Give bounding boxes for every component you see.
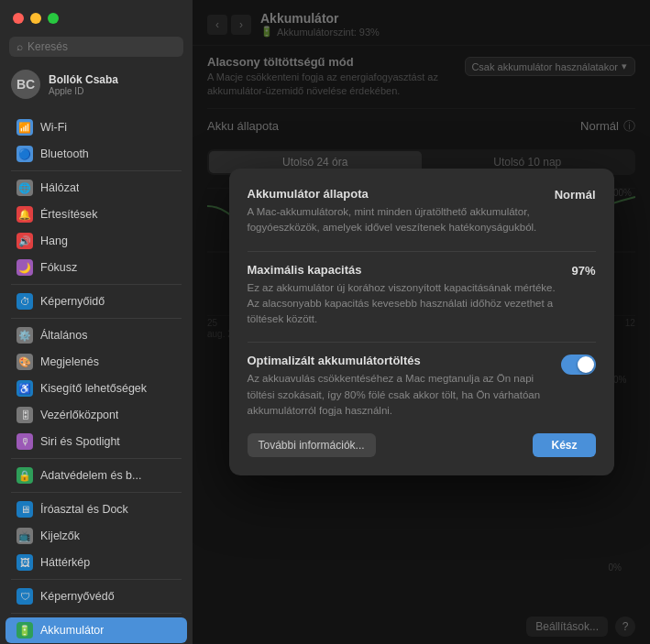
modal-capacity-text: Maximális kapacitás Ez az akkumulátor új…	[248, 263, 561, 328]
sidebar-item-screensaver[interactable]: 🛡Képernyővédő	[6, 584, 187, 609]
sidebar-item-label-siri: Siri és Spotlight	[40, 435, 120, 448]
modal-footer: További információk... Kész	[248, 433, 596, 457]
screen-icon: ⏱	[17, 293, 33, 310]
sidebar-divider-17	[11, 613, 182, 614]
sidebar-divider-7	[11, 318, 182, 319]
sidebar-item-bluetooth[interactable]: 🔵Bluetooth	[6, 141, 187, 167]
wifi-icon: 📶	[17, 119, 33, 136]
appear-icon: 🎨	[17, 354, 33, 370]
sidebar-divider-6	[11, 284, 182, 285]
sidebar-item-focus[interactable]: 🌙Fókusz	[6, 255, 187, 280]
sidebar-item-wifi[interactable]: 📶Wi-Fi	[6, 115, 187, 140]
user-subtitle: Apple ID	[49, 86, 118, 96]
wall-icon: 🖼	[17, 554, 33, 571]
sidebar-divider-13	[11, 492, 182, 493]
toggle-knob	[578, 356, 594, 373]
modal-divider-1	[248, 251, 596, 252]
minimize-button[interactable]	[30, 13, 41, 24]
sidebar-item-screentime[interactable]: ⏱Képernyőidő	[6, 289, 187, 314]
close-button[interactable]	[13, 13, 24, 24]
sidebar-item-wallpaper[interactable]: 🖼Háttérkép	[6, 550, 187, 575]
priv-icon: 🔒	[17, 467, 33, 484]
modal-optimized-title: Optimalizált akkumulátortöltés	[248, 354, 550, 367]
modal-optimized-desc: Az akkuavulás csökkentéséhez a Mac megta…	[248, 371, 550, 419]
modal-optimized-row: Optimalizált akkumulátortöltés Az akkuav…	[248, 354, 596, 419]
scrn-icon: 🛡	[17, 588, 33, 605]
modal-optimized-text: Optimalizált akkumulátortöltés Az akkuav…	[248, 354, 550, 419]
sidebar: ⌕ BC Bollók Csaba Apple ID 📶Wi-Fi🔵Blueto…	[0, 0, 193, 644]
modal-section-optimized: Optimalizált akkumulátortöltés Az akkuav…	[248, 354, 596, 419]
net-icon: 🌐	[17, 180, 33, 196]
sidebar-item-label-dock: Íróasztal és Dock	[40, 503, 128, 516]
general-icon: ⚙️	[17, 327, 33, 344]
siri-icon: 🎙	[17, 433, 33, 450]
sidebar-item-label-notifications: Értesítések	[40, 208, 98, 221]
modal-capacity-value: 97%	[571, 264, 595, 278]
sidebar-item-label-general: Általános	[40, 329, 87, 342]
sidebar-item-siri[interactable]: 🎙Siri és Spotlight	[6, 429, 187, 454]
sidebar-divider-2	[11, 170, 182, 171]
avatar: BC	[11, 70, 40, 99]
sidebar-item-label-network: Hálózat	[40, 181, 79, 194]
sidebar-item-sound[interactable]: 🔊Hang	[6, 228, 187, 254]
sidebar-item-label-privacy: Adatvédelem és b...	[40, 469, 141, 482]
modal-dialog: Akkumulátor állapota A Mac-akkumulátorok…	[229, 169, 614, 475]
user-profile[interactable]: BC Bollók Csaba Apple ID	[0, 64, 193, 106]
sidebar-item-label-wallpaper: Háttérkép	[40, 556, 90, 569]
sidebar-item-battery[interactable]: 🔋Akkumulátor	[6, 617, 187, 643]
search-input[interactable]	[28, 40, 176, 53]
sidebar-items-list: 📶Wi-Fi🔵Bluetooth🌐Hálózat🔔Értesítések🔊Han…	[0, 114, 193, 644]
sidebar-item-label-wifi: Wi-Fi	[40, 121, 67, 134]
modal-section-capacity: Maximális kapacitás Ez az akkumulátor új…	[248, 263, 596, 328]
sidebar-item-privacy[interactable]: 🔒Adatvédelem és b...	[6, 463, 187, 488]
done-button[interactable]: Kész	[533, 433, 595, 457]
sidebar-item-label-battery: Akkumulátor	[40, 624, 104, 637]
modal-status-desc: A Mac-akkumulátorok, mint minden újratöl…	[248, 204, 544, 236]
modal-divider-2	[248, 342, 596, 343]
focus-icon: 🌙	[17, 259, 33, 276]
bt-icon: 🔵	[17, 146, 33, 162]
sidebar-item-label-focus: Fókusz	[40, 261, 77, 274]
modal-capacity-title: Maximális kapacitás	[248, 263, 561, 277]
sidebar-item-label-bluetooth: Bluetooth	[40, 147, 89, 160]
modal-status-text: Akkumulátor állapota A Mac-akkumulátorok…	[248, 187, 544, 236]
more-info-button[interactable]: További információk...	[248, 433, 376, 457]
sidebar-item-label-control: Vezérlőközpont	[40, 409, 118, 421]
modal-section-status: Akkumulátor állapota A Mac-akkumulátorok…	[248, 187, 596, 236]
sidebar-item-label-sound: Hang	[40, 235, 68, 247]
sidebar-item-network[interactable]: 🌐Hálózat	[6, 175, 187, 201]
desk-icon: 🖥	[17, 501, 33, 518]
search-box[interactable]: ⌕	[9, 37, 183, 57]
sidebar-divider-12	[11, 458, 182, 459]
main-content: ‹ › Akkumulátor 🔋 Akkumulátorszint: 93% …	[193, 0, 650, 644]
search-icon: ⌕	[17, 40, 23, 53]
sidebar-item-label-appearance: Megjelenés	[40, 355, 99, 368]
sidebar-item-loginitems[interactable]: 📺Kijelzők	[6, 523, 187, 549]
sidebar-divider-16	[11, 579, 182, 580]
maximize-button[interactable]	[48, 13, 59, 24]
sidebar-item-control[interactable]: 🎛Vezérlőközpont	[6, 402, 187, 428]
sidebar-item-label-accessibility: Kisegítő lehetőségek	[40, 382, 147, 395]
sidebar-item-label-screentime: Képernyőidő	[40, 295, 105, 308]
modal-capacity-row: Maximális kapacitás Ez az akkumulátor új…	[248, 263, 596, 328]
modal-status-title: Akkumulátor állapota	[248, 187, 544, 201]
optimized-charging-toggle[interactable]	[561, 355, 596, 375]
user-info: Bollók Csaba Apple ID	[49, 73, 118, 96]
sidebar-item-label-loginitems: Kijelzők	[40, 529, 80, 542]
window-controls	[0, 0, 193, 31]
sidebar-item-dock[interactable]: 🖥Íróasztal és Dock	[6, 497, 187, 522]
ctrl-icon: 🎛	[17, 407, 33, 423]
modal-status-value: Normál	[555, 188, 596, 202]
sound-icon: 🔊	[17, 233, 33, 249]
sidebar-item-accessibility[interactable]: ♿Kisegítő lehetőségek	[6, 376, 187, 401]
login-icon: 📺	[17, 528, 33, 544]
modal-overlay: Akkumulátor állapota A Mac-akkumulátorok…	[193, 0, 650, 644]
sidebar-item-general[interactable]: ⚙️Általános	[6, 322, 187, 348]
notif-icon: 🔔	[17, 206, 33, 223]
user-name: Bollók Csaba	[49, 73, 118, 86]
sidebar-item-notifications[interactable]: 🔔Értesítések	[6, 202, 187, 227]
modal-status-row: Akkumulátor állapota A Mac-akkumulátorok…	[248, 187, 596, 236]
sidebar-item-appearance[interactable]: 🎨Megjelenés	[6, 349, 187, 375]
sidebar-item-label-screensaver: Képernyővédő	[40, 590, 115, 603]
batt-icon: 🔋	[17, 622, 33, 639]
